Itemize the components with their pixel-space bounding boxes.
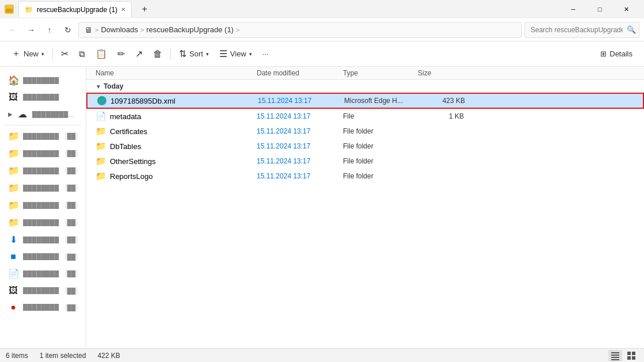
maximize-button[interactable]: □ xyxy=(586,0,613,18)
sidebar-item-folder3[interactable]: 📁 ████████ ██ xyxy=(2,162,83,179)
new-button[interactable]: ＋ New ▾ xyxy=(7,45,49,63)
cut-button[interactable]: ✂ xyxy=(56,45,73,62)
minimize-button[interactable]: ─ xyxy=(560,0,586,18)
tab-label: rescueBackupUpgrade (1) xyxy=(37,6,117,14)
app-icon xyxy=(5,5,14,14)
header-type[interactable]: Type xyxy=(343,69,418,77)
active-tab[interactable]: 📁 rescueBackupUpgrade (1) ✕ xyxy=(18,1,132,17)
file-size-xml: 423 KB xyxy=(419,97,465,105)
tab-close-button[interactable]: ✕ xyxy=(121,6,125,13)
file-name-certificates-text: Certificates xyxy=(110,127,147,136)
sort-chevron-icon: ▾ xyxy=(206,51,209,57)
breadcrumb-bar[interactable]: 🖥 > Downloads > rescueBackupUpgrade (1) … xyxy=(78,22,522,38)
tab-folder-icon: 📁 xyxy=(25,6,33,14)
breadcrumb-downloads[interactable]: Downloads xyxy=(101,25,138,34)
svg-rect-10 xyxy=(627,356,631,360)
file-type-othersettings: File folder xyxy=(343,157,418,165)
group-today[interactable]: ▼ Today xyxy=(86,80,644,93)
breadcrumb-folder[interactable]: rescueBackupUpgrade (1) xyxy=(146,25,234,34)
new-chevron-icon: ▾ xyxy=(41,51,44,57)
refresh-button[interactable]: ↻ xyxy=(60,22,76,38)
navbar: ← → ↑ ↻ 🖥 > Downloads > rescueBackupUpgr… xyxy=(0,18,644,41)
sidebar-item-gallery[interactable]: 🖼 ████████ xyxy=(2,89,83,105)
share-icon: ↗ xyxy=(135,48,143,59)
sidebar-item-pic[interactable]: 🖼 ████████ ██ xyxy=(2,283,83,299)
sidebar-item-folder5[interactable]: 📁 ████████ ██ xyxy=(2,197,83,214)
search-input[interactable] xyxy=(524,22,639,38)
header-name[interactable]: Name xyxy=(96,69,257,77)
sidebar-item-folder1[interactable]: 📁 ████████ ██ xyxy=(2,128,83,144)
sidebar-item-blue[interactable]: ■ ████████ ██ xyxy=(2,249,83,265)
file-row-othersettings[interactable]: 📁 OtherSettings 15.11.2024 13:17 File fo… xyxy=(86,154,644,169)
svg-rect-7 xyxy=(611,359,619,360)
header-date[interactable]: Date modified xyxy=(257,69,343,77)
folder-icon-2: 📁 xyxy=(8,148,18,159)
back-button[interactable]: ← xyxy=(5,22,21,38)
sidebar-item-folder6[interactable]: 📁 ████████ ██ xyxy=(2,214,83,231)
toolbar: ＋ New ▾ ✂ ⧉ 📋 ✏ ↗ 🗑 ⇅ Sort ▾ ☰ View ▾ ··… xyxy=(0,41,644,67)
up-button[interactable]: ↑ xyxy=(41,22,58,38)
file-list-header: Name Date modified Type Size xyxy=(86,67,644,80)
sidebar-item-downloads[interactable]: ⬇ ████████ ██ xyxy=(2,231,83,248)
folder-icon-6: 📁 xyxy=(8,217,18,228)
group-label: Today xyxy=(104,82,123,90)
sidebar-item-doc[interactable]: 📄 ████████ ██ xyxy=(2,265,83,282)
header-size[interactable]: Size xyxy=(418,69,464,77)
sidebar-item-folder4[interactable]: 📁 ████████ ██ xyxy=(2,180,83,196)
cut-icon: ✂ xyxy=(61,48,68,59)
paste-button[interactable]: 📋 xyxy=(91,45,112,62)
svg-rect-8 xyxy=(627,352,631,355)
list-view-button[interactable] xyxy=(608,350,622,361)
svg-rect-4 xyxy=(611,352,619,353)
file-type-dbtables: File folder xyxy=(343,142,418,150)
copy-icon: ⧉ xyxy=(79,49,85,59)
svg-point-3 xyxy=(97,96,106,105)
file-type-metadata: File xyxy=(343,112,418,120)
sidebar-item-onedrive[interactable]: ▶ ☁ ████████████ xyxy=(2,106,83,123)
folder-icon-5: 📁 xyxy=(8,200,18,211)
view-toggle xyxy=(608,350,638,361)
new-icon: ＋ xyxy=(12,48,21,60)
file-row-reportslogo[interactable]: 📁 ReportsLogo 15.11.2024 13:17 File fold… xyxy=(86,169,644,184)
copy-button[interactable]: ⧉ xyxy=(74,46,90,62)
share-button[interactable]: ↗ xyxy=(131,45,147,62)
more-button[interactable]: ··· xyxy=(258,47,273,61)
search-wrapper: 🔍 xyxy=(524,22,639,38)
sidebar-item-folder2[interactable]: 📁 ████████ ██ xyxy=(2,145,83,162)
separator-2 xyxy=(170,48,171,60)
view-icon: ☰ xyxy=(219,48,227,59)
file-row-certificates[interactable]: 📁 Certificates 15.11.2024 13:17 File fol… xyxy=(86,124,644,139)
forward-button[interactable]: → xyxy=(23,22,39,38)
delete-button[interactable]: 🗑 xyxy=(148,46,167,62)
titlebar: 📁 rescueBackupUpgrade (1) ✕ + ─ □ ✕ xyxy=(0,0,644,18)
file-list: ▼ Today xyxy=(86,80,644,348)
details-view-icon xyxy=(611,351,620,360)
sort-button[interactable]: ⇅ Sort ▾ xyxy=(174,45,214,62)
new-tab-button[interactable]: + xyxy=(136,1,153,17)
onedrive-icon: ☁ xyxy=(17,109,28,120)
folder-icon-certificates: 📁 xyxy=(96,126,106,136)
more-icon: ··· xyxy=(262,49,269,58)
expand-icon: ▶ xyxy=(8,111,13,117)
file-icon-metadata: 📄 xyxy=(96,111,106,121)
file-row-dbtables[interactable]: 📁 DbTables 15.11.2024 13:17 File folder xyxy=(86,139,644,154)
file-date-metadata: 15.11.2024 13:17 xyxy=(257,112,343,120)
folder-icon-othersettings: 📁 xyxy=(96,156,106,166)
sort-label: Sort xyxy=(189,49,203,58)
sidebar-item-home[interactable]: 🏠 ████████ xyxy=(2,72,83,89)
details-button[interactable]: ⊞ Details xyxy=(596,47,637,61)
file-row-metadata[interactable]: 📄 metadata 15.11.2024 13:17 File 1 KB xyxy=(86,109,644,124)
file-name-xml-text: 1097185895Db.xml xyxy=(110,97,176,105)
sidebar-item-red[interactable]: ● ████████ ██ xyxy=(2,299,83,315)
rename-button[interactable]: ✏ xyxy=(113,45,129,62)
separator-1 xyxy=(52,48,53,60)
file-name-dbtables-text: DbTables xyxy=(110,142,141,151)
grid-view-button[interactable] xyxy=(624,350,638,361)
close-button[interactable]: ✕ xyxy=(613,0,639,18)
status-selected: 1 item selected xyxy=(40,352,86,360)
view-button[interactable]: ☰ View ▾ xyxy=(215,45,257,62)
search-icon[interactable]: 🔍 xyxy=(627,25,636,34)
file-row-xml[interactable]: 1097185895Db.xml 15.11.2024 13:17 Micros… xyxy=(86,93,644,109)
file-date-xml: 15.11.2024 13:17 xyxy=(258,97,344,105)
svg-rect-9 xyxy=(632,352,635,355)
